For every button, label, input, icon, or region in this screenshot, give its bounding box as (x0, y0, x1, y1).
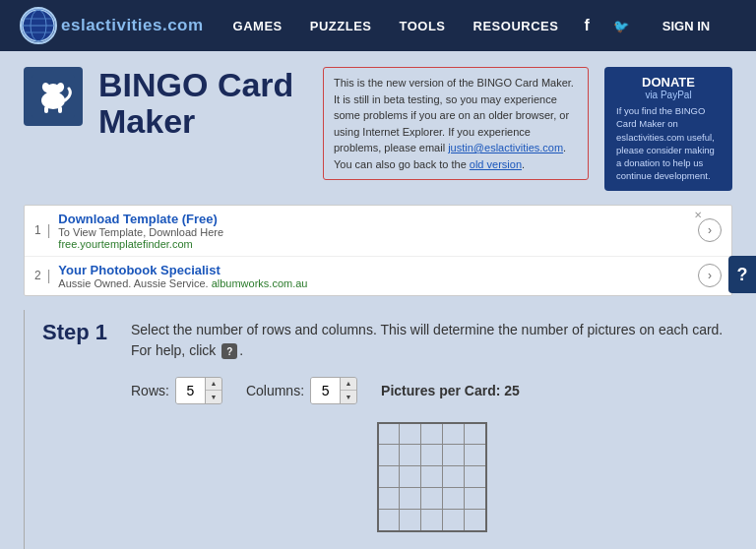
grid-cell (400, 510, 421, 531)
pictures-label: Pictures per Card: 25 (381, 383, 520, 398)
ad-title-1[interactable]: Download Template (Free) (58, 212, 690, 226)
old-version-link[interactable]: old version (470, 158, 522, 170)
divider (24, 310, 25, 549)
ad-num-2: 2 (34, 269, 41, 282)
donate-subtitle: via PayPal (616, 90, 721, 100)
ad-title-2[interactable]: Your Photobook Specialist (58, 263, 690, 277)
grid-cell (421, 445, 443, 466)
main-nav: GAMES PUZZLES TOOLS RESOURCES f 🐦 SIGN I… (223, 13, 736, 39)
pictures-info: Pictures per Card: 25 (381, 383, 520, 398)
site-header: eslactivities.com GAMES PUZZLES TOOLS RE… (0, 0, 756, 51)
grid-cell (421, 423, 443, 445)
grid-cell (421, 488, 443, 510)
step-inner: Step 1 Select the number of rows and col… (42, 310, 732, 549)
globe-icon (20, 7, 57, 44)
facebook-icon[interactable]: f (576, 13, 597, 38)
beta-notice: This is the new version of the BINGO Car… (323, 67, 589, 180)
step-content: Select the number of rows and columns. T… (131, 320, 732, 549)
ad-pipe-2: | (47, 268, 51, 283)
grid-cell (400, 466, 421, 488)
columns-control: Columns: 5 ▲ ▼ (246, 377, 357, 404)
step-wrapper: Step 1 Select the number of rows and col… (24, 310, 732, 549)
controls-row: Rows: 5 ▲ ▼ Columns: (131, 377, 732, 404)
help-badge[interactable]: ? (221, 343, 237, 359)
grid-cell (443, 423, 465, 445)
grid-cell (400, 423, 421, 445)
grid-cell (465, 488, 486, 510)
logo-text: eslactivities.com (61, 16, 204, 35)
svg-rect-10 (44, 106, 48, 113)
donate-box[interactable]: DONATE via PayPal If you find the BINGO … (604, 67, 732, 191)
ad-row-1: 1 | Download Template (Free) To View Tem… (25, 206, 731, 257)
signin-button[interactable]: SIGN IN (653, 13, 720, 39)
donate-description: If you find the BINGO Card Maker on esla… (616, 104, 721, 183)
twitter-icon[interactable]: 🐦 (605, 15, 637, 37)
donate-title: DONATE (616, 75, 721, 90)
rows-control: Rows: 5 ▲ ▼ (131, 377, 222, 404)
step-description: Select the number of rows and columns. T… (131, 320, 732, 361)
step-label: Step 1 (42, 320, 111, 345)
beta-notice-text: This is the new version of the BINGO Car… (334, 77, 574, 170)
grid-cell (400, 445, 421, 466)
grid-cell (465, 423, 486, 445)
bingo-grid-table (377, 422, 487, 532)
dog-icon (24, 67, 83, 126)
grid-cell (443, 488, 465, 510)
svg-rect-11 (58, 106, 62, 113)
ad-url-text-1: To View Template, Download Here free.you… (58, 226, 690, 250)
columns-spinner[interactable]: 5 ▲ ▼ (310, 377, 357, 404)
grid-cell (443, 445, 465, 466)
grid-cell (465, 445, 486, 466)
help-button[interactable]: ? (728, 256, 756, 293)
grid-cell (465, 466, 486, 488)
step-section: Step 1 Select the number of rows and col… (42, 320, 732, 549)
columns-down-button[interactable]: ▼ (341, 391, 356, 403)
top-row: BINGO Card Maker This is the new version… (24, 67, 732, 191)
ad-row-2: 2 | Your Photobook Specialist Aussie Own… (25, 257, 731, 295)
ad-arrow-2[interactable]: › (698, 264, 722, 287)
nav-tools[interactable]: TOOLS (390, 13, 456, 39)
grid-cell (378, 510, 400, 531)
ad-area: 1 | Download Template (Free) To View Tem… (24, 205, 732, 296)
grid-cell (378, 423, 400, 445)
rows-spinner[interactable]: 5 ▲ ▼ (175, 377, 222, 404)
beta-email-link[interactable]: justin@eslactivities.com (448, 142, 563, 153)
grid-cell (443, 466, 465, 488)
grid-cell (378, 488, 400, 510)
grid-cell (465, 510, 486, 531)
ad-pipe-1: | (47, 222, 51, 238)
nav-games[interactable]: GAMES (223, 13, 292, 39)
rows-down-button[interactable]: ▼ (206, 391, 221, 403)
columns-value: 5 (311, 378, 341, 403)
columns-up-button[interactable]: ▲ (341, 378, 356, 391)
logo[interactable]: eslactivities.com (20, 7, 204, 44)
rows-up-button[interactable]: ▲ (206, 378, 221, 391)
page-title: BINGO Card Maker (98, 67, 307, 141)
grid-cell (421, 466, 443, 488)
nav-puzzles[interactable]: PUZZLES (300, 13, 382, 39)
nav-resources[interactable]: RESOURCES (464, 13, 569, 39)
rows-label: Rows: (131, 383, 169, 398)
columns-buttons: ▲ ▼ (341, 378, 356, 403)
main-content: BINGO Card Maker This is the new version… (0, 51, 756, 549)
ad-arrow-1[interactable]: › (698, 218, 722, 242)
grid-preview (131, 422, 732, 532)
rows-value: 5 (176, 378, 206, 403)
rows-buttons: ▲ ▼ (206, 378, 221, 403)
ad-close-1[interactable]: ✕ (694, 210, 702, 220)
grid-cell (443, 510, 465, 531)
grid-cell (378, 466, 400, 488)
columns-label: Columns: (246, 383, 304, 398)
grid-cell (378, 445, 400, 466)
grid-cell (400, 488, 421, 510)
ad-num-1: 1 (34, 223, 41, 237)
grid-cell (421, 510, 443, 531)
ad-url-text-2: Aussie Owned. Aussie Service. albumworks… (58, 277, 690, 289)
